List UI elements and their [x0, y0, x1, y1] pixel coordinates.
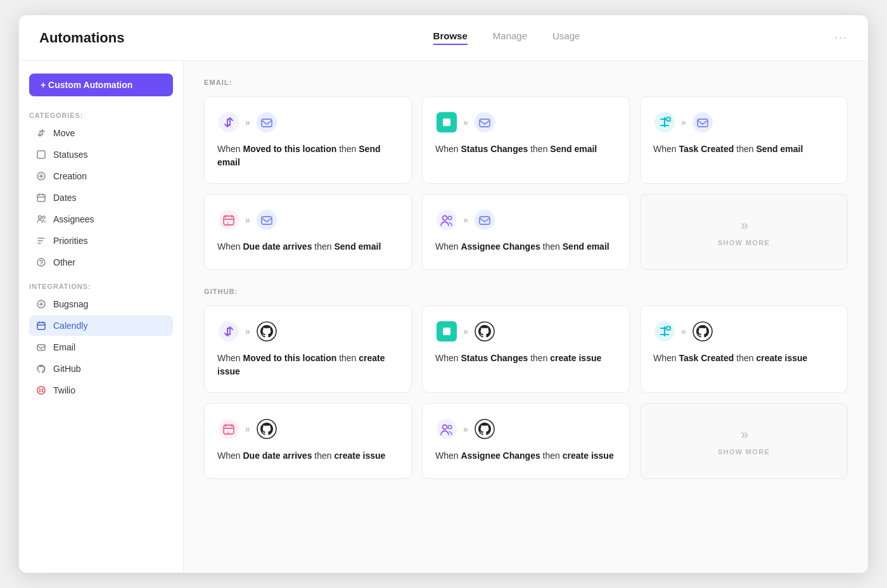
arrow-icon: » — [245, 326, 250, 336]
automation-card[interactable]: » When Task Created then create issue — [640, 305, 848, 393]
svg-point-10 — [37, 387, 45, 394]
sidebar-item-statuses[interactable]: Statuses — [29, 144, 173, 165]
automation-card[interactable]: 1 » When Due date arrives then create is… — [204, 403, 412, 479]
automation-card[interactable]: 1 » When Due date arrives then Send emai… — [204, 194, 412, 270]
svg-text:1: 1 — [227, 222, 229, 226]
card-icons: » — [435, 320, 616, 343]
sidebar-item-twilio[interactable]: Twilio — [29, 380, 173, 400]
svg-rect-0 — [37, 151, 45, 158]
tab-manage[interactable]: Manage — [493, 30, 527, 45]
email-section-label: EMAIL: — [204, 79, 848, 86]
page-title: Automations — [39, 30, 179, 46]
header-more-icon[interactable]: ··· — [834, 31, 848, 44]
svg-point-16 — [257, 112, 277, 132]
automation-card[interactable]: » When Moved to this location then Send … — [204, 96, 412, 184]
sidebar-item-calendly[interactable]: Calendly — [29, 316, 173, 336]
trigger-icon — [217, 111, 240, 134]
svg-point-14 — [42, 390, 43, 392]
card-text: When Assignee Changes then create issue — [435, 449, 616, 463]
show-more-text: SHOW MORE — [718, 239, 770, 246]
header-tabs: BrowseManageUsage — [179, 30, 834, 45]
sidebar-item-creation[interactable]: Creation — [29, 166, 173, 186]
automation-card[interactable]: » When Moved to this location then creat… — [204, 305, 412, 393]
sidebar-item-other[interactable]: Other — [29, 252, 173, 272]
action-label: Send email — [334, 241, 381, 252]
header: Automations BrowseManageUsage ··· — [19, 15, 868, 61]
trigger-label: Moved to this location — [243, 353, 336, 363]
sidebar-item-move[interactable]: Move — [29, 123, 173, 143]
sidebar-item-priorities[interactable]: Priorities — [29, 231, 173, 251]
sidebar-item-assignees-label: Assignees — [53, 214, 94, 224]
automation-card[interactable]: » When Status Changes then Send email — [422, 96, 630, 184]
arrow-icon: » — [245, 424, 250, 434]
bugsnag-icon — [35, 298, 47, 310]
action-icon — [473, 111, 496, 134]
github-section-label: GITHUB: — [204, 288, 848, 295]
sidebar-item-assignees[interactable]: Assignees — [29, 209, 173, 229]
card-icons: 1 » — [217, 418, 399, 440]
trigger-label: Status Changes — [461, 144, 528, 154]
show-more-card[interactable]: » SHOW MORE — [640, 403, 848, 479]
trigger-label: Due date arrives — [243, 241, 312, 252]
sidebar-item-github-label: GitHub — [53, 364, 81, 374]
card-icons: » — [435, 418, 616, 440]
sidebar-item-github[interactable]: GitHub — [29, 359, 173, 379]
sidebar-item-creation-label: Creation — [53, 171, 87, 181]
sidebar-item-email[interactable]: Email — [29, 337, 173, 357]
other-icon — [35, 257, 47, 268]
email-sidebar-icon — [35, 342, 47, 353]
app-window: Automations BrowseManageUsage ··· + Cust… — [19, 15, 868, 573]
svg-point-11 — [39, 388, 41, 390]
trigger-icon — [653, 320, 676, 343]
sidebar-item-email-label: Email — [53, 342, 75, 352]
trigger-icon — [435, 418, 458, 440]
action-label: Send email — [563, 241, 609, 252]
svg-point-34 — [475, 210, 495, 230]
trigger-icon: 1 — [217, 418, 240, 440]
card-text: When Status Changes then create issue — [435, 352, 616, 365]
svg-point-3 — [39, 216, 42, 219]
action-icon — [473, 320, 496, 343]
action-label: create issue — [563, 451, 614, 461]
card-text: When Task Created then create issue — [653, 352, 834, 365]
svg-rect-19 — [443, 118, 450, 126]
arrow-icon: » — [463, 117, 468, 127]
svg-point-20 — [475, 112, 495, 132]
sidebar-item-calendly-label: Calendly — [53, 321, 87, 331]
show-more-text: SHOW MORE — [718, 448, 770, 456]
action-label: Send email — [756, 144, 803, 154]
trigger-label: Assignee Changes — [461, 241, 540, 252]
sidebar-item-priorities-label: Priorities — [53, 236, 87, 246]
sidebar-item-bugsnag[interactable]: Bugsnag — [29, 294, 173, 314]
automation-card[interactable]: » When Assignee Changes then create issu… — [422, 403, 630, 479]
trigger-icon — [217, 320, 240, 343]
trigger-icon — [435, 208, 458, 231]
action-label: create issue — [756, 353, 807, 363]
action-label: create issue — [334, 451, 385, 461]
show-more-card[interactable]: » SHOW MORE — [640, 194, 848, 270]
arrow-icon: » — [245, 117, 250, 127]
card-icons: » — [653, 111, 834, 134]
trigger-icon: 1 — [217, 208, 240, 231]
tab-browse[interactable]: Browse — [433, 30, 468, 45]
github-sidebar-icon — [35, 363, 47, 374]
sidebar-item-move-label: Move — [53, 128, 75, 138]
action-icon — [691, 111, 714, 134]
sidebar-item-dates-label: Dates — [53, 193, 77, 203]
creation-icon — [35, 170, 47, 182]
arrow-icon: » — [681, 326, 686, 336]
tab-usage[interactable]: Usage — [552, 30, 580, 45]
automation-card[interactable]: » When Task Created then Send email — [640, 96, 848, 184]
svg-point-51 — [475, 419, 494, 438]
body: + Custom Automation CATEGORIES: Move Sta… — [19, 61, 868, 573]
sidebar-item-dates[interactable]: Dates — [29, 188, 173, 208]
svg-point-4 — [42, 216, 45, 219]
integrations-label: INTEGRATIONS: — [29, 283, 173, 290]
arrow-icon: » — [463, 215, 468, 225]
trigger-icon — [653, 111, 676, 134]
automation-card[interactable]: » When Assignee Changes then Send email — [422, 194, 630, 270]
automation-card[interactable]: » When Status Changes then create issue — [422, 305, 630, 393]
sidebar-item-bugsnag-label: Bugsnag — [53, 299, 88, 309]
custom-automation-button[interactable]: + Custom Automation — [29, 74, 173, 96]
svg-rect-8 — [37, 323, 45, 329]
